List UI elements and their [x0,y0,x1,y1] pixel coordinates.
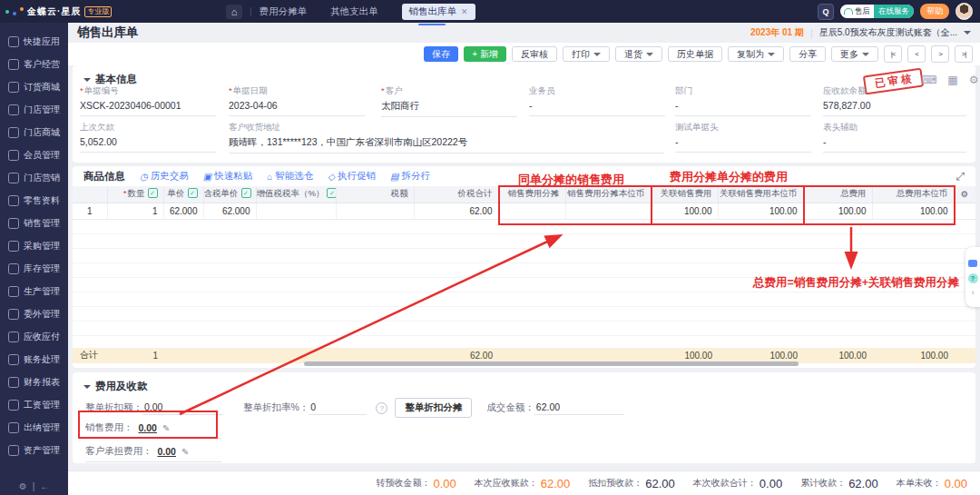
print-button[interactable]: 打印 [563,46,610,62]
col-sales-fee-share[interactable]: 销售费用分摊 [498,186,565,203]
unaudit-button[interactable]: 反审核 [512,46,557,62]
col-total-with-tax[interactable]: 价税合计 [414,186,498,203]
tab-expense-allocation[interactable]: 费用分摊单 [260,5,308,18]
col-total-fee[interactable]: 总费用 [803,186,872,203]
share-button[interactable]: 分享 [789,46,826,62]
search-icon[interactable]: Q [818,4,834,20]
split-row-link[interactable]: ▤拆分行 [390,170,430,183]
empty-grid-rows[interactable] [73,220,975,348]
horizontal-scrollbar[interactable] [73,361,975,367]
home-icon[interactable]: ⌂ [226,5,242,19]
customer-fee-value-link[interactable]: 0.00 [158,446,176,457]
field-header-aux[interactable]: 表头辅助- [823,122,966,153]
fees-section-title[interactable]: 费用及收款 [83,380,148,393]
field-department[interactable]: 部门- [675,85,811,116]
field-customer[interactable]: 客户太阳商行 [381,85,517,117]
sales-outbound-order-screen: 金蝶云·星辰 专业版 ⌂ | 费用分摊单 其他支出单 销售出库单 ✕ Q 售后 … [0,0,980,495]
edit-pencil-icon[interactable]: ✎ [162,423,170,433]
more-button[interactable]: 更多 [831,46,878,62]
history-trade-link[interactable]: ◷历史交易 [140,170,189,183]
topbar: 金蝶云·星辰 专业版 ⌂ | 费用分摊单 其他支出单 销售出库单 ✕ Q 售后 … [0,0,980,23]
clock-icon: ◷ [140,172,148,182]
help-circle-icon[interactable]: ? [968,273,978,283]
tab-sales-outbound[interactable]: 销售出库单 ✕ [402,4,475,20]
customer-icon [8,59,19,70]
gear-icon[interactable]: ⚙ [969,74,979,86]
col-total-fee-base[interactable]: 总费用本位币 [872,186,954,203]
chevron-right-icon[interactable]: › [972,290,975,295]
inventory-icon [8,263,19,274]
discount-rate-field[interactable]: 0 [309,401,367,415]
field-test-header[interactable]: 测试单据头- [675,122,811,153]
col-tax-amount[interactable]: 税额 [336,186,414,203]
col-tax-price[interactable]: 含税单价✓ [203,186,256,203]
sidebar-item-production-mgmt[interactable]: 生产管理 [0,280,68,302]
field-delivery-address[interactable]: 客户收货地址顾靖晖，131*****123，中国广东省深圳市南山区20222号 [229,122,664,153]
sidebar-item-finance-report[interactable]: 财务报表 [0,371,68,393]
field-bill-no[interactable]: 单据编号XSCK-20230406-00001 [80,85,216,116]
logo-dot-icon [20,7,24,11]
last-record-icon[interactable]: >| [955,45,973,63]
sidebar-item-inventory-mgmt[interactable]: 库存管理 [0,257,68,280]
col-linked-sales-fee-base[interactable]: 关联销售费用本位币 [718,186,803,203]
sidebar-item-payroll-mgmt[interactable]: 工资管理 [0,393,68,416]
smart-warehouse-link[interactable]: ⌂智能选仓 [267,170,313,183]
collapse-arrow-icon[interactable]: ← [40,481,49,491]
col-linked-sales-fee[interactable]: 关联销售费用 [651,186,718,203]
fullscreen-icon[interactable]: ⤢ [956,170,965,183]
edit-pencil-icon[interactable]: ✎ [181,447,189,457]
user-avatar[interactable] [956,3,973,20]
return-button[interactable]: 退货 [615,46,662,62]
discount-amount-field[interactable]: 0.00 [142,401,223,415]
col-price[interactable]: 单价✓ [163,186,203,203]
sidebar-item-purchase-mgmt[interactable]: 采购管理 [0,234,68,257]
sidebar-item-quick-apps[interactable]: 快捷应用 [0,30,68,53]
sidebar-item-retail-data[interactable]: 零售资料 [0,189,68,212]
sidebar-item-asset-mgmt[interactable]: 资产管理 [0,439,68,461]
template-icon[interactable]: ▦ [947,74,957,86]
tab-other-expense[interactable]: 其他支出单 [330,5,378,18]
help-question-icon[interactable]: ? [376,402,387,414]
col-vat-rate[interactable]: 增值税税率（%）✓ [256,186,336,203]
col-sales-fee-share-base[interactable]: 销售费用分摊本位币 [565,186,651,203]
basic-info-section-title[interactable]: 基本信息 [83,73,137,86]
keyboard-icon[interactable]: ⌨ [921,74,936,86]
sales-fee-value-link[interactable]: 0.00 [139,422,157,433]
add-new-button[interactable]: +新增 [464,46,506,62]
sidebar-item-store-mall[interactable]: 门店商城 [0,121,68,144]
next-record-icon[interactable]: > [931,45,949,63]
prev-record-icon[interactable]: < [907,45,926,63]
column-settings-gear-icon[interactable]: ⚙ [954,186,975,203]
sidebar-item-member-mgmt[interactable]: 会员管理 [0,144,68,166]
discount-share-button[interactable]: 整单折扣分摊 [395,398,472,418]
scrollbar-thumb[interactable] [304,361,799,366]
account-set-selector[interactable]: 星辰5.0预发布灰度测试账套（全... [819,26,957,39]
sidebar-item-order-mall[interactable]: 订货商城 [0,75,68,98]
sidebar-item-ar-ap[interactable]: 应收应付 [0,325,68,348]
sidebar-item-outsourcing-mgmt[interactable]: 委外管理 [0,302,68,325]
sidebar-item-accounting[interactable]: 账务处理 [0,348,68,371]
grid-row-1[interactable]: 1 1 62.000 62.000 62.00 100.00 100.00 10… [73,203,975,219]
after-sales-service-button[interactable]: 售后 在线服务 [840,5,914,18]
field-bill-date[interactable]: 单据日期2023-04-06 [229,85,365,116]
sidebar-item-sales-mgmt[interactable]: 销售管理 [0,212,68,234]
copy-as-button[interactable]: 复制为 [728,46,784,62]
run-promotion-link[interactable]: ◇执行促销 [328,170,376,183]
sidebar-item-store-mgmt[interactable]: 门店管理 [0,98,68,121]
history-button[interactable]: 历史单据 [668,46,722,62]
sidebar-item-store-marketing[interactable]: 门店营销 [0,166,68,189]
sidebar-item-customer-ops[interactable]: 客户经营 [0,53,68,75]
col-qty[interactable]: 数量✓ [107,186,163,203]
chevron-down-icon[interactable] [964,31,971,38]
save-button[interactable]: 保存 [424,46,458,62]
floating-assist-widget[interactable]: ? › [965,247,980,307]
settings-gear-icon[interactable]: ⚙ [19,481,27,491]
first-record-icon[interactable]: |< [884,45,902,63]
feedback-chat-icon[interactable] [968,260,977,267]
help-button[interactable]: 帮助 [920,4,949,19]
active-tab-underline [418,24,446,25]
quick-paste-link[interactable]: ▣快速粘贴 [203,170,252,183]
field-salesperson[interactable]: 业务员- [529,85,665,116]
close-tab-icon[interactable]: ✕ [461,7,468,16]
sidebar-item-cashier-mgmt[interactable]: 出纳管理 [0,416,68,439]
